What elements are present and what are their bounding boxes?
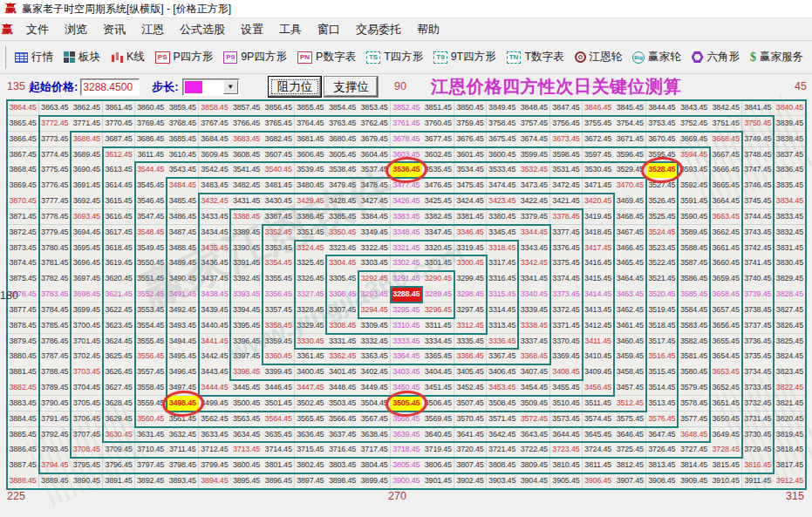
grid-cell: 3536.45 bbox=[391, 162, 423, 178]
toolbar-button[interactable]: 江恩轮 bbox=[570, 47, 628, 67]
grid-cell: 3454.45 bbox=[518, 380, 550, 396]
grid-cell: 3593.45 bbox=[678, 162, 710, 178]
grid-cell: 3403.45 bbox=[391, 364, 423, 380]
grid-cell: 3502.45 bbox=[295, 396, 327, 412]
menu-item[interactable]: 设置 bbox=[233, 20, 271, 39]
grid-cell: 3305.45 bbox=[326, 271, 358, 287]
menu-item[interactable]: 资讯 bbox=[95, 20, 133, 39]
menu-item[interactable]: 帮助 bbox=[409, 20, 447, 39]
grid-cell: 3739.45 bbox=[742, 287, 774, 303]
grid-cell: 3704.45 bbox=[71, 380, 103, 396]
toolbar-grip[interactable] bbox=[3, 46, 6, 69]
toolbar-button[interactable]: Big赢家轮 bbox=[627, 47, 686, 67]
grid-cell: 3371.45 bbox=[550, 318, 583, 334]
grid-cell: 3525.45 bbox=[646, 209, 679, 225]
resistance-button[interactable]: 阻力位 bbox=[268, 76, 323, 98]
grid-cell: 3514.45 bbox=[646, 380, 679, 396]
grid-cell: 3729.45 bbox=[742, 442, 774, 458]
toolbar-button[interactable]: P99P四方形 bbox=[218, 47, 292, 67]
support-button[interactable]: 支撑位 bbox=[324, 76, 379, 98]
grid-cell: 3419.45 bbox=[583, 209, 615, 225]
grid-cell: 3650.45 bbox=[710, 412, 742, 427]
grid-cell: 3645.45 bbox=[583, 427, 615, 443]
toolbar-button[interactable]: T99T四方形 bbox=[428, 47, 501, 67]
toolbar-button[interactable]: 板块 bbox=[58, 47, 106, 67]
grid-cell: 3336.45 bbox=[487, 334, 519, 350]
grid-cell: 3374.45 bbox=[550, 271, 583, 287]
menu-item[interactable]: 文件 bbox=[18, 20, 57, 39]
grid-cell: 3842.45 bbox=[710, 100, 742, 116]
grid-cell: 3315.45 bbox=[487, 287, 519, 303]
menu-item[interactable]: 江恩 bbox=[133, 20, 172, 39]
grid-cell: 3343.45 bbox=[518, 241, 550, 256]
grid-cell: 3819.45 bbox=[774, 427, 806, 443]
grid-cell: 3442.45 bbox=[199, 349, 231, 364]
grid-cell: 3311.45 bbox=[422, 318, 454, 334]
grid-cell: 3299.45 bbox=[454, 271, 487, 287]
grid-cell: 3809.45 bbox=[518, 458, 550, 473]
grid-cell: 3677.45 bbox=[422, 132, 454, 147]
grid-cell: 3390.45 bbox=[230, 241, 263, 256]
grid-cell: 3356.45 bbox=[263, 287, 295, 303]
grid-cell: 3306.45 bbox=[326, 287, 358, 303]
toolbar-button[interactable]: 行情 bbox=[10, 47, 58, 67]
toolbar-button[interactable]: 六角形 bbox=[686, 47, 746, 67]
grid-cell: 3493.45 bbox=[167, 318, 199, 334]
grid-cell: 3910.45 bbox=[710, 473, 742, 489]
gann-wheel-icon bbox=[575, 51, 586, 63]
grid-cell: 3339.45 bbox=[518, 303, 550, 318]
grid-cell: 3438.45 bbox=[199, 287, 231, 303]
grid-cell: 3607.45 bbox=[263, 147, 295, 163]
angle-label-270: 270 bbox=[388, 490, 406, 502]
toolbar-button[interactable]: TST四方形 bbox=[361, 47, 428, 67]
toolbar-button[interactable]: TNT数字表 bbox=[502, 47, 570, 67]
candles-icon bbox=[111, 51, 123, 64]
grid-cell: 3322.45 bbox=[358, 241, 391, 256]
combobox-dropdown-icon[interactable]: ▼ bbox=[223, 80, 238, 94]
toolbar-button[interactable]: PNP数字表 bbox=[292, 47, 361, 67]
dollar-icon: $ bbox=[750, 51, 756, 65]
grid-cell: 3300.45 bbox=[454, 255, 487, 271]
grid-cell: 3561.45 bbox=[167, 412, 199, 427]
winner-wheel-icon: Big bbox=[632, 51, 645, 64]
grid-cell: 3313.45 bbox=[487, 318, 519, 334]
toolbar-button-label: 江恩轮 bbox=[590, 50, 623, 65]
grid-cell: 3871.45 bbox=[7, 209, 39, 225]
grid-cell: 3810.45 bbox=[550, 458, 583, 473]
menu-item[interactable]: 交易委托 bbox=[348, 20, 409, 39]
menu-item[interactable]: 浏览 bbox=[57, 20, 95, 39]
grid-cell: 3470.45 bbox=[614, 178, 646, 194]
grid-cell: 3591.45 bbox=[678, 194, 710, 209]
start-price-input[interactable] bbox=[80, 78, 140, 96]
grid-cell: 3905.45 bbox=[550, 473, 583, 489]
grid-cell: 3518.45 bbox=[646, 318, 679, 334]
grid-cell: 3585.45 bbox=[678, 287, 710, 303]
grid-cell: 3833.45 bbox=[774, 209, 806, 225]
grid-cell: 3880.45 bbox=[7, 349, 39, 364]
toolbar-button[interactable]: K线 bbox=[106, 47, 150, 67]
grid-cell: 3661.45 bbox=[710, 241, 742, 256]
menu-item[interactable]: 窗口 bbox=[310, 20, 348, 39]
menu-item[interactable]: 工具 bbox=[271, 20, 310, 39]
grid-cell: 3420.45 bbox=[583, 194, 615, 209]
grid-cell: 3533.45 bbox=[487, 162, 519, 178]
badge-icon: TS bbox=[366, 51, 380, 64]
grid-cell: 3846.45 bbox=[583, 100, 615, 116]
grid-cell: 3845.45 bbox=[614, 100, 646, 116]
grid-cell: 3774.45 bbox=[39, 147, 72, 163]
grid-cell: 3581.45 bbox=[678, 349, 710, 364]
grid-cell: 3468.45 bbox=[614, 209, 646, 225]
grid-cell: 3465.45 bbox=[614, 255, 646, 271]
step-combobox[interactable]: ▼ bbox=[182, 78, 240, 96]
toolbar-button[interactable]: $赢家服务 bbox=[745, 47, 809, 67]
grid-cell: 3429.45 bbox=[295, 194, 327, 209]
grid-cell: 3292.45 bbox=[358, 271, 391, 287]
grid-cell: 3669.45 bbox=[678, 132, 710, 147]
grid-cell: 3680.45 bbox=[326, 132, 358, 147]
menu-item[interactable]: 公式选股 bbox=[172, 20, 233, 39]
grid-cell: 3712.45 bbox=[199, 442, 231, 458]
toolbar-button-label: 六角形 bbox=[707, 50, 740, 65]
toolbar-button[interactable]: PSP四方形 bbox=[150, 47, 219, 67]
grid-cell: 3494.45 bbox=[167, 334, 199, 350]
grid-cell: 3535.45 bbox=[422, 162, 454, 178]
